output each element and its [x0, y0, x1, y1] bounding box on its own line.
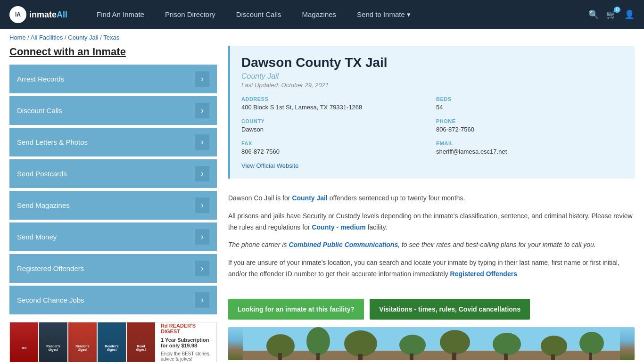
search-icon[interactable]: 🔍	[588, 9, 599, 20]
svg-rect-5	[316, 353, 320, 360]
county-label: COUNTY	[241, 118, 429, 124]
sidebar-item-send-letters[interactable]: Send Letters & Photos ›	[9, 128, 217, 156]
svg-point-12	[493, 333, 521, 355]
page-content: Connect with an Inmate Arrest Records › …	[0, 46, 644, 362]
navbar: iA inmateAll Find An Inmate Prison Direc…	[0, 0, 644, 29]
cta-buttons: Looking for an inmate at this facility? …	[228, 299, 635, 320]
nav-links: Find An Inmate Prison Directory Discount…	[86, 0, 588, 29]
svg-point-14	[541, 336, 567, 356]
ad-cover-4: Reader'sdigest	[98, 322, 126, 362]
address-block: ADDRESS 400 Block S 1st St, Lamesa, TX 7…	[241, 96, 429, 111]
svg-point-10	[440, 330, 470, 354]
email-block: EMAIL sheriff@lamesa.esc17.net	[436, 140, 623, 155]
beds-value: 54	[436, 104, 623, 111]
visitations-button[interactable]: Visitations - times, rules, Covid cancel…	[370, 299, 530, 320]
county-medium-link[interactable]: County - medium	[312, 223, 365, 231]
sidebar: Connect with an Inmate Arrest Records › …	[9, 46, 217, 362]
breadcrumb: Home / All Facilities / County Jail / Te…	[0, 29, 644, 46]
sidebar-item-send-postcards-label: Send Postcards	[17, 170, 67, 178]
svg-rect-15	[551, 354, 555, 360]
svg-point-6	[344, 330, 377, 357]
website-block: View Official Website	[241, 162, 623, 169]
cart-icon[interactable]: 🛒0	[606, 9, 617, 20]
email-label: EMAIL	[436, 140, 623, 146]
sidebar-item-registered-offenders[interactable]: Registered Offenders ›	[9, 254, 217, 283]
arrow-icon: ›	[195, 71, 209, 87]
description: Dawson Co Jail is for County Jail offend…	[228, 188, 635, 291]
desc-para1: Dawson Co Jail is for County Jail offend…	[228, 193, 635, 204]
svg-point-16	[579, 332, 604, 354]
sidebar-item-send-letters-label: Send Letters & Photos	[17, 138, 88, 146]
nav-magazines[interactable]: Magazines	[292, 0, 347, 29]
nav-discount-calls[interactable]: Discount Calls	[226, 0, 292, 29]
facility-last-updated: Last Updated: October 29, 2021	[241, 82, 623, 89]
address-value: 400 Block S 1st St, Lamesa, TX 79331-126…	[241, 104, 429, 111]
sidebar-item-send-magazines[interactable]: Send Magazines ›	[9, 191, 217, 220]
phone-value: 806-872-7560	[436, 126, 623, 133]
breadcrumb-texas[interactable]: Texas	[103, 34, 119, 41]
arrow-icon: ›	[195, 229, 209, 245]
svg-point-8	[399, 335, 426, 355]
cart-badge: 0	[614, 7, 620, 13]
fax-block: FAX 806-872-7560	[241, 140, 429, 155]
nav-right-icons: 🔍 🛒0 👤	[588, 9, 635, 20]
sidebar-item-send-magazines-label: Send Magazines	[17, 201, 70, 209]
desc-para2: All prisons and jails have Security or C…	[228, 211, 635, 233]
arrow-icon: ›	[195, 166, 209, 181]
arrow-icon: ›	[195, 292, 209, 308]
fax-value: 806-872-7560	[241, 148, 429, 155]
sidebar-item-discount-calls-label: Discount Calls	[17, 107, 62, 115]
arrow-icon: ›	[195, 197, 209, 213]
arrow-icon: ›	[195, 261, 209, 276]
sidebar-item-arrest-records-label: Arrest Records	[17, 75, 64, 83]
desc-para4: If you are unsure of your inmate's locat…	[228, 257, 635, 280]
sidebar-item-discount-calls[interactable]: Discount Calls ›	[9, 96, 217, 125]
svg-rect-17	[589, 353, 592, 360]
nav-send-to-inmate[interactable]: Send to Inmate ▾	[347, 0, 421, 29]
desc-para3: The phone carrier is Combined Public Com…	[228, 239, 635, 251]
breadcrumb-all-facilities[interactable]: All Facilities	[31, 34, 63, 41]
sidebar-title: Connect with an Inmate	[9, 46, 217, 58]
registered-offenders-link[interactable]: Registered Offenders	[450, 270, 517, 278]
fax-label: FAX	[241, 140, 429, 146]
sidebar-item-arrest-records[interactable]: Arrest Records ›	[9, 65, 217, 93]
ad-cover-1: Rd	[10, 322, 38, 362]
main-content: Dawson County TX Jail County Jail Last U…	[228, 46, 635, 362]
ad-cover-2: Reader'sdigest	[39, 322, 67, 362]
email-value: sheriff@lamesa.esc17.net	[436, 148, 623, 155]
ad-covers: Rd Reader'sdigest Reader'sdigest Reader'…	[10, 322, 155, 362]
beds-label: BEDS	[436, 96, 623, 102]
ad-text-area: Rd READER'S DIGEST 1 Year Subscription f…	[155, 322, 216, 362]
address-label: ADDRESS	[241, 96, 429, 102]
facility-info-grid: ADDRESS 400 Block S 1st St, Lamesa, TX 7…	[241, 96, 623, 155]
sidebar-item-send-postcards[interactable]: Send Postcards ›	[9, 159, 217, 188]
view-official-website-link[interactable]: View Official Website	[241, 162, 298, 169]
ad-sub: Enjoy the BEST stories, advice & jokes!	[161, 351, 211, 362]
nav-find-inmate[interactable]: Find An Inmate	[86, 0, 155, 29]
sidebar-item-send-money[interactable]: Send Money ›	[9, 222, 217, 251]
ad-cover-3: Reader'sdigest	[68, 322, 97, 362]
breadcrumb-county-jail[interactable]: County Jail	[68, 34, 98, 41]
user-icon[interactable]: 👤	[624, 9, 635, 20]
looking-for-inmate-button[interactable]: Looking for an inmate at this facility?	[228, 299, 364, 320]
arrow-icon: ›	[195, 134, 209, 150]
svg-rect-13	[504, 354, 508, 360]
sidebar-item-second-chance-jobs-label: Second Chance Jobs	[17, 296, 84, 304]
ad-cover-5: Readdigest	[127, 322, 155, 362]
sidebar-item-send-money-label: Send Money	[17, 233, 57, 241]
county-block: COUNTY Dawson	[241, 118, 429, 133]
sidebar-item-second-chance-jobs[interactable]: Second Chance Jobs ›	[9, 286, 217, 314]
facility-name: Dawson County TX Jail	[241, 55, 623, 70]
county-value: Dawson	[241, 126, 429, 133]
combined-public-comms-link[interactable]: Combined Public Communications	[289, 241, 398, 248]
breadcrumb-home[interactable]: Home	[9, 34, 26, 41]
county-jail-link[interactable]: County Jail	[292, 194, 327, 202]
ad-headline: 1 Year Subscription for only $19.98	[161, 337, 211, 348]
nav-prison-directory[interactable]: Prison Directory	[155, 0, 226, 29]
svg-rect-7	[358, 354, 363, 360]
phone-label: PHONE	[436, 118, 623, 124]
beds-block: BEDS 54	[436, 96, 623, 111]
ad-logo: Rd READER'S DIGEST	[161, 323, 211, 334]
logo[interactable]: iA inmateAll	[9, 6, 67, 23]
arrow-icon: ›	[195, 103, 209, 118]
